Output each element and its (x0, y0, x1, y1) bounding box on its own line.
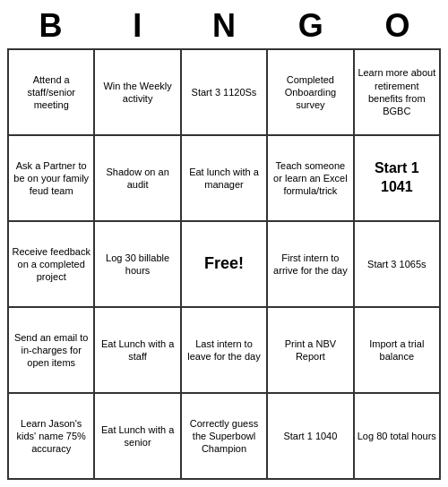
cell-4-3: Start 1 1040 (267, 393, 353, 479)
cell-0-0: Attend a staff/senior meeting (8, 49, 94, 135)
cell-1-1: Shadow on an audit (94, 135, 180, 221)
cell-0-1: Win the Weekly activity (94, 49, 180, 135)
cell-3-1: Eat Lunch with a staff (94, 307, 180, 393)
title-i: I (99, 7, 177, 45)
cell-2-4: Start 3 1065s (354, 221, 440, 307)
cell-4-4: Log 80 total hours (354, 393, 440, 479)
cell-0-4: Learn more about retirement benefits fro… (354, 49, 440, 135)
cell-3-0: Send an email to in-charges for open ite… (8, 307, 94, 393)
title-g: G (271, 7, 349, 45)
cell-3-3: Print a NBV Report (267, 307, 353, 393)
title-n: N (185, 7, 263, 45)
cell-free: Free! (181, 221, 267, 307)
cell-2-3: First intern to arrive for the day (267, 221, 353, 307)
cell-1-2: Eat lunch with a manager (181, 135, 267, 221)
title-o: O (358, 7, 436, 45)
cell-0-3: Completed Onboarding survey (267, 49, 353, 135)
cell-1-0: Ask a Partner to be on your family feud … (8, 135, 94, 221)
cell-3-2: Last intern to leave for the day (181, 307, 267, 393)
cell-4-1: Eat Lunch with a senior (94, 393, 180, 479)
bingo-title: B I N G O (7, 7, 441, 45)
bingo-grid: Attend a staff/senior meeting Win the We… (7, 48, 441, 480)
cell-4-2: Correctly guess the Superbowl Champion (181, 393, 267, 479)
cell-2-1: Log 30 billable hours (94, 221, 180, 307)
cell-1-3: Teach someone or learn an Excel formula/… (267, 135, 353, 221)
cell-1-4: Start 1 1041 (354, 135, 440, 221)
cell-2-0: Receive feedback on a completed project (8, 221, 94, 307)
cell-4-0: Learn Jason's kids' name 75% accuracy (8, 393, 94, 479)
cell-0-2: Start 3 1120Ss (181, 49, 267, 135)
title-b: B (12, 7, 90, 45)
cell-3-4: Import a trial balance (354, 307, 440, 393)
